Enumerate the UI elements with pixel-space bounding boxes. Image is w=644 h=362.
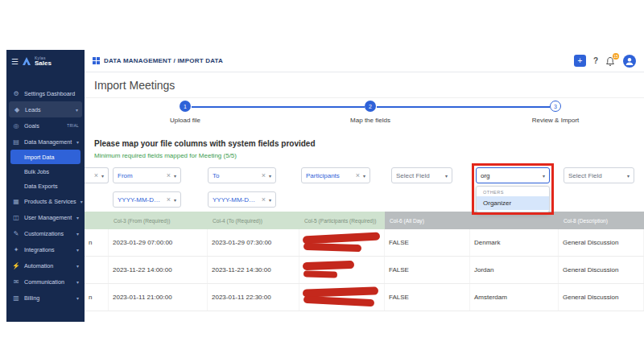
sidebar-item-label: User Management bbox=[24, 214, 72, 221]
close-icon[interactable]: × bbox=[356, 172, 360, 179]
field-select-partial[interactable]: × ▾ bbox=[85, 167, 109, 183]
close-icon[interactable]: × bbox=[167, 172, 171, 179]
database-icon: ▤ bbox=[12, 138, 20, 146]
field-select-from[interactable]: From × ▾ bbox=[113, 167, 181, 183]
sidebar-item-label: Integrations bbox=[24, 246, 55, 253]
sidebar-item-label: Products & Services bbox=[24, 198, 76, 205]
cell-to: 2023-01-11 22:30:00 bbox=[208, 284, 299, 311]
goals-icon: ◎ bbox=[12, 122, 20, 130]
close-icon[interactable]: × bbox=[262, 196, 266, 204]
cell-all-day: FALSE bbox=[385, 229, 470, 256]
cell-description: General Discussion bbox=[559, 229, 644, 256]
cell-all-day: FALSE bbox=[385, 284, 470, 311]
kylas-logo-icon bbox=[22, 56, 31, 66]
help-icon[interactable]: ? bbox=[593, 56, 598, 65]
cell-description: General Discussion bbox=[559, 284, 644, 311]
sidebar-nav: ⚙ Settings Dashboard ◆ Leads ▾ ◎ Goals T… bbox=[6, 72, 85, 306]
bolt-icon: ⚡ bbox=[12, 262, 20, 269]
field-select-value: To bbox=[213, 172, 258, 179]
sidebar-item-data-management[interactable]: ▤ Data Management ▾ bbox=[6, 134, 85, 150]
cell-partial: n bbox=[85, 284, 109, 311]
user-avatar[interactable] bbox=[623, 55, 636, 68]
cell-from: 2023-01-11 21:00:00 bbox=[109, 284, 208, 311]
stepper: 1 2 3 Upload file Map the fields Review … bbox=[85, 98, 644, 135]
brand-name-bottom: Sales bbox=[35, 60, 52, 67]
table-header-col4-to: Col-4 (To (Required)) bbox=[208, 212, 299, 229]
cell-location: Amsterdam bbox=[470, 284, 559, 311]
field-select-all-day[interactable]: Select Field ▾ bbox=[391, 167, 452, 183]
sidebar-item-communication[interactable]: ✉ Communication ▾ bbox=[6, 274, 85, 290]
box-icon: ▦ bbox=[12, 198, 20, 205]
chevron-down-icon: ▾ bbox=[627, 173, 630, 179]
wrench-icon: ✎ bbox=[12, 230, 20, 237]
brand-text: Kylas Sales bbox=[35, 56, 52, 67]
breadcrumb[interactable]: DATA MANAGEMENT / IMPORT DATA bbox=[93, 57, 223, 64]
sidebar-item-settings-dashboard[interactable]: ⚙ Settings Dashboard bbox=[6, 85, 85, 101]
users-icon: ◫ bbox=[12, 214, 20, 221]
topbar: DATA MANAGEMENT / IMPORT DATA + ? 15 bbox=[85, 50, 644, 72]
cell-from: 2023-01-29 07:00:00 bbox=[109, 229, 208, 256]
notification-badge: 15 bbox=[613, 53, 619, 60]
chevron-down-icon: ▾ bbox=[76, 107, 78, 113]
sidebar-item-goals[interactable]: ◎ Goals TRIAL bbox=[6, 117, 85, 134]
notifications-bell-icon[interactable]: 15 bbox=[605, 56, 616, 67]
mapping-required-status: Minimum required fields mapped for Meeti… bbox=[94, 152, 237, 159]
chevron-down-icon: ▾ bbox=[80, 199, 83, 204]
plug-icon: ✦ bbox=[12, 246, 20, 253]
sidebar-item-label: Data Management bbox=[24, 138, 72, 146]
quick-add-button[interactable]: + bbox=[574, 55, 586, 67]
sidebar-item-leads[interactable]: ◆ Leads ▾ bbox=[9, 101, 82, 117]
chevron-down-icon: ▾ bbox=[543, 173, 545, 179]
table-header-col7-obscured bbox=[470, 212, 559, 229]
dropdown-option-organizer[interactable]: Organizer bbox=[477, 196, 549, 210]
organizer-dropdown-menu: OTHERS Organizer bbox=[476, 186, 550, 212]
chevron-down-icon: ▾ bbox=[174, 173, 176, 179]
date-format-select-from[interactable]: YYYY-MM-DD H... × ▾ bbox=[113, 191, 181, 208]
date-format-value: YYYY-MM-DD H... bbox=[213, 196, 258, 204]
cell-to: 2023-01-29 07:30:00 bbox=[208, 229, 299, 256]
step-circle-upload-file: 1 bbox=[180, 101, 191, 112]
redaction-scribble bbox=[303, 270, 337, 278]
organizer-search-input[interactable] bbox=[481, 172, 539, 179]
close-icon[interactable]: × bbox=[262, 172, 266, 179]
cell-partial bbox=[85, 257, 109, 283]
sidebar-item-label: Leads bbox=[25, 106, 41, 113]
date-format-value: YYYY-MM-DD H... bbox=[118, 196, 163, 204]
sidebar-subitem-data-exports[interactable]: Data Exports bbox=[6, 179, 85, 193]
close-icon[interactable]: × bbox=[167, 196, 171, 204]
brand: ☰ Kylas Sales bbox=[6, 50, 85, 72]
sidebar-item-user-management[interactable]: ◫ User Management ▾ bbox=[6, 209, 85, 225]
sidebar-item-products-services[interactable]: ▦ Products & Services ▾ bbox=[6, 193, 85, 209]
hamburger-menu-icon[interactable]: ☰ bbox=[11, 57, 19, 66]
sidebar-item-billing[interactable]: ▥ Billing ▾ bbox=[6, 290, 85, 306]
chevron-down-icon: ▾ bbox=[76, 295, 79, 301]
step-label-map-fields: Map the fields bbox=[338, 117, 402, 124]
field-select-organizer-combobox[interactable]: ▾ bbox=[476, 167, 550, 183]
table-header-partial bbox=[85, 212, 109, 229]
step-label-upload-file: Upload file bbox=[153, 117, 217, 124]
date-format-select-to[interactable]: YYYY-MM-DD H... × ▾ bbox=[208, 191, 276, 208]
field-select-description[interactable]: Select Field ▾ bbox=[564, 167, 634, 183]
dropdown-group-label: OTHERS bbox=[477, 187, 549, 196]
sidebar-item-customizations[interactable]: ✎ Customizations ▾ bbox=[6, 225, 85, 241]
sidebar-item-label: Communication bbox=[24, 278, 64, 286]
field-select-to[interactable]: To × ▾ bbox=[208, 167, 276, 183]
chevron-down-icon: ▾ bbox=[76, 231, 79, 237]
field-select-participants[interactable]: Participants × ▾ bbox=[301, 167, 370, 183]
table-header-col5-participants: Col-5 (Participants (Required)) bbox=[299, 212, 385, 229]
step-circle-review-import: 3 bbox=[550, 101, 561, 112]
cell-to: 2023-11-22 14:30:00 bbox=[208, 257, 299, 283]
chevron-down-icon: ▾ bbox=[269, 173, 271, 179]
chevron-down-icon: ▾ bbox=[269, 197, 271, 203]
envelope-icon: ✉ bbox=[12, 278, 20, 286]
sidebar-item-automation[interactable]: ⚡ Automation ▾ bbox=[6, 257, 85, 274]
field-select-placeholder: Select Field bbox=[396, 172, 442, 179]
table-header-col6-all-day: Col-6 (All Day) bbox=[385, 212, 470, 229]
sidebar-subitem-import-data[interactable]: Import Data bbox=[10, 150, 80, 164]
sidebar-subitem-bulk-jobs[interactable]: Bulk Jobs bbox=[6, 164, 85, 179]
table-row: 2023-11-22 14:00:00 2023-11-22 14:30:00 … bbox=[85, 257, 644, 284]
gear-icon: ⚙ bbox=[12, 90, 20, 97]
sidebar-item-integrations[interactable]: ✦ Integrations ▾ bbox=[6, 241, 85, 257]
chevron-down-icon: ▾ bbox=[76, 139, 79, 145]
close-icon[interactable]: × bbox=[94, 172, 98, 179]
